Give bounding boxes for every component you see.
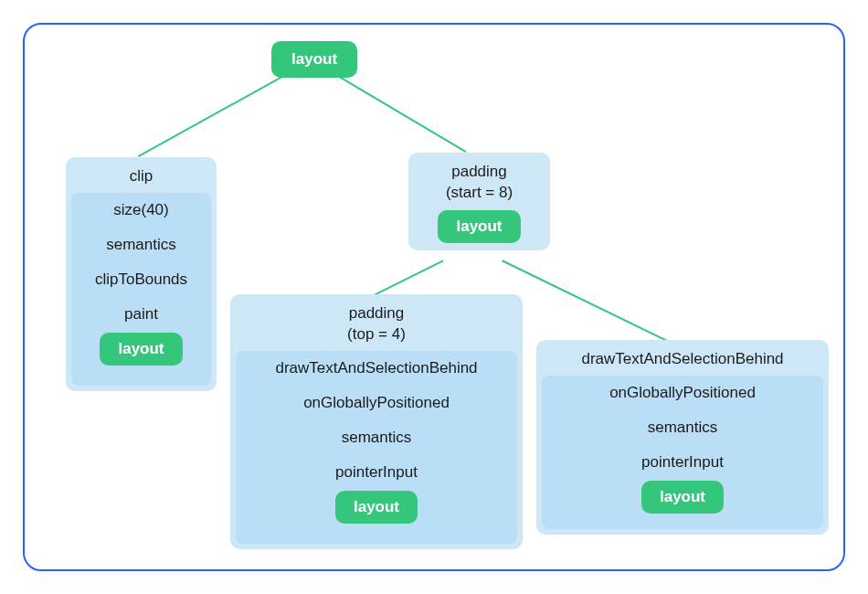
- pointerinput-label-bl: pointerInput: [254, 460, 499, 488]
- layout-leaf-bl: layout: [335, 491, 418, 524]
- padding-start-label: padding (start = 8): [414, 158, 545, 207]
- pointerinput-node-bl: pointerInput layout: [249, 455, 503, 530]
- clip-node: clip size(40) semantics clipToBounds pai…: [66, 157, 217, 391]
- root-layout-node: layout: [271, 41, 357, 78]
- drawtext-node-br: drawTextAndSelectionBehind onGloballyPos…: [536, 340, 829, 535]
- onglobally-label-br: onGloballyPositioned: [546, 380, 819, 408]
- layout-leaf-br: layout: [641, 481, 724, 514]
- cliptobounds-node: clipToBounds paint layout: [80, 262, 202, 377]
- svg-line-1: [325, 69, 466, 152]
- svg-line-0: [138, 69, 297, 156]
- drawtext-node-bl: drawTextAndSelectionBehind onGloballyPos…: [236, 351, 517, 544]
- padding-top-label: padding (top = 4): [236, 300, 517, 349]
- pointerinput-node-br: pointerInput layout: [551, 445, 814, 520]
- svg-line-3: [503, 260, 680, 346]
- drawtext-label-bl: drawTextAndSelectionBehind: [240, 355, 513, 384]
- semantics-node-left: semantics clipToBounds paint layout: [76, 228, 206, 381]
- size-node: size(40) semantics clipToBounds paint la…: [71, 193, 211, 386]
- semantics-node-br: semantics pointerInput layout: [546, 410, 819, 525]
- paint-node: paint layout: [85, 297, 197, 372]
- diagram-frame: layout clip size(40) semantics clipToBou…: [23, 23, 845, 571]
- root-label: layout: [291, 50, 337, 68]
- layout-leaf-br-label: layout: [660, 488, 705, 505]
- clip-label: clip: [71, 163, 211, 191]
- pointerinput-label-br: pointerInput: [556, 450, 810, 478]
- layout-leaf-right: layout: [438, 210, 520, 243]
- size-label: size(40): [76, 197, 206, 226]
- padding-top-node: padding (top = 4) drawTextAndSelectionBe…: [230, 294, 523, 549]
- layout-leaf-right-label: layout: [456, 217, 502, 235]
- semantics-node-bl: semantics pointerInput layout: [245, 420, 508, 535]
- padding-start-node: padding (start = 8) layout: [408, 153, 550, 250]
- layout-leaf-left-label: layout: [118, 340, 164, 357]
- layout-leaf-left: layout: [100, 333, 182, 366]
- layout-leaf-bl-label: layout: [354, 498, 399, 515]
- drawtext-label-br: drawTextAndSelectionBehind: [542, 345, 823, 374]
- onglobally-node-br: onGloballyPositioned semantics pointerIn…: [542, 376, 823, 529]
- cliptobounds-label: clipToBounds: [85, 267, 197, 295]
- semantics-label-br: semantics: [551, 415, 814, 443]
- semantics-label-bl: semantics: [249, 425, 503, 453]
- semantics-label-left: semantics: [80, 232, 202, 260]
- onglobally-node-bl: onGloballyPositioned semantics pointerIn…: [240, 386, 513, 539]
- onglobally-label-bl: onGloballyPositioned: [245, 390, 508, 419]
- paint-label: paint: [90, 302, 193, 330]
